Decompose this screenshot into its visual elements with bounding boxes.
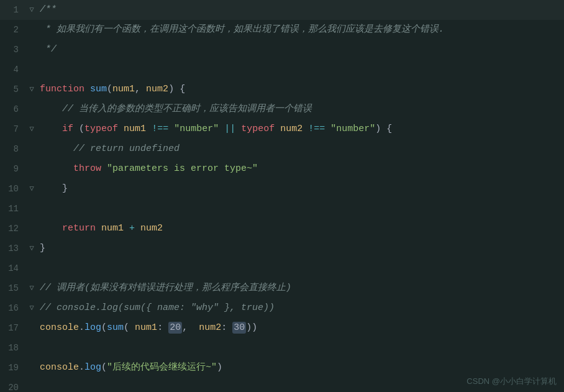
code-area: 1 ▽ /** 2 * 如果我们有一个函数，在调用这个函数时，如果出现了错误，那… [0, 0, 564, 392]
line-num-3: 3 [0, 40, 26, 60]
code-line-19: console.log("后续的代码会继续运行~") [37, 358, 564, 378]
line-num-7: 7 [0, 119, 26, 139]
line-3: 3 */ [0, 40, 564, 60]
fold-5[interactable]: ▽ [26, 80, 37, 99]
line-num-2: 2 [0, 20, 26, 40]
line-18: 18 [0, 338, 564, 358]
fold-15[interactable]: ▽ [26, 278, 37, 298]
code-line-16: // console.log(sum({ name: "why" }, true… [37, 298, 564, 318]
line-num-8: 8 [0, 139, 26, 159]
line-8: 8 // return undefined [0, 139, 564, 159]
line-num-18: 18 [0, 338, 26, 358]
fold-11 [26, 199, 37, 219]
line-num-10: 10 [0, 179, 26, 199]
code-line-7: if (typeof num1 !== "number" || typeof n… [37, 119, 564, 139]
watermark: CSDN @小小白学计算机 [466, 376, 557, 387]
code-editor: 1 ▽ /** 2 * 如果我们有一个函数，在调用这个函数时，如果出现了错误，那… [0, 0, 564, 392]
fold-3 [26, 40, 37, 60]
line-num-5: 5 [0, 80, 26, 99]
code-line-6: // 当传入的参数的类型不正确时，应该告知调用者一个错误 [37, 99, 564, 119]
fold-8 [26, 139, 37, 159]
line-11: 11 [0, 199, 564, 219]
line-13: 13 ▽ } [0, 239, 564, 258]
fold-20 [26, 378, 37, 392]
fold-9 [26, 159, 37, 179]
code-line-14 [37, 258, 564, 278]
code-line-10: } [37, 179, 564, 199]
fold-4 [26, 60, 37, 80]
code-line-4 [37, 60, 564, 80]
line-num-20: 20 [0, 378, 26, 392]
code-line-17: console.log(sum( num1: 20, num2: 30)) [37, 318, 564, 338]
fold-7[interactable]: ▽ [26, 119, 37, 139]
line-4: 4 [0, 60, 564, 80]
line-num-13: 13 [0, 239, 26, 258]
line-5: 5 ▽ function sum(num1, num2) { [0, 80, 564, 99]
line-14: 14 [0, 258, 564, 278]
code-line-5: function sum(num1, num2) { [37, 80, 564, 99]
code-line-13: } [37, 239, 564, 258]
line-15: 15 ▽ // 调用者(如果没有对错误进行处理，那么程序会直接终止) [0, 278, 564, 298]
fold-6 [26, 99, 37, 119]
code-line-2: * 如果我们有一个函数，在调用这个函数时，如果出现了错误，那么我们应该是去修复这… [37, 20, 564, 40]
line-2: 2 * 如果我们有一个函数，在调用这个函数时，如果出现了错误，那么我们应该是去修… [0, 20, 564, 40]
line-16: 16 ▽ // console.log(sum({ name: "why" },… [0, 298, 564, 318]
fold-19 [26, 358, 37, 378]
line-num-19: 19 [0, 358, 26, 378]
fold-10[interactable]: ▽ [26, 179, 37, 199]
code-line-3: */ [37, 40, 564, 60]
fold-16[interactable]: ▽ [26, 298, 37, 318]
code-line-9: throw "parameters is error type~" [37, 159, 564, 179]
code-line-1: /** [37, 0, 564, 20]
code-line-18 [37, 338, 564, 358]
line-num-15: 15 [0, 278, 26, 298]
code-line-11 [37, 199, 564, 219]
line-7: 7 ▽ if (typeof num1 !== "number" || type… [0, 119, 564, 139]
line-19: 19 console.log("后续的代码会继续运行~") [0, 358, 564, 378]
code-line-12: return num1 + num2 [37, 219, 564, 239]
line-num-4: 4 [0, 60, 26, 80]
fold-1[interactable]: ▽ [26, 0, 37, 20]
fold-12 [26, 219, 37, 239]
line-6: 6 // 当传入的参数的类型不正确时，应该告知调用者一个错误 [0, 99, 564, 119]
fold-18 [26, 338, 37, 358]
fold-13[interactable]: ▽ [26, 239, 37, 258]
line-num-17: 17 [0, 318, 26, 338]
fold-17 [26, 318, 37, 338]
line-9: 9 throw "parameters is error type~" [0, 159, 564, 179]
line-num-6: 6 [0, 99, 26, 119]
line-num-16: 16 [0, 298, 26, 318]
line-17: 17 console.log(sum( num1: 20, num2: 30)) [0, 318, 564, 338]
line-num-12: 12 [0, 219, 26, 239]
fold-14 [26, 258, 37, 278]
line-num-9: 9 [0, 159, 26, 179]
line-num-1: 1 [0, 0, 26, 20]
code-line-8: // return undefined [37, 139, 564, 159]
line-num-14: 14 [0, 258, 26, 278]
line-1: 1 ▽ /** [0, 0, 564, 20]
line-10: 10 ▽ } [0, 179, 564, 199]
line-12: 12 return num1 + num2 [0, 219, 564, 239]
fold-2 [26, 20, 37, 40]
line-num-11: 11 [0, 199, 26, 219]
code-line-15: // 调用者(如果没有对错误进行处理，那么程序会直接终止) [37, 278, 564, 298]
